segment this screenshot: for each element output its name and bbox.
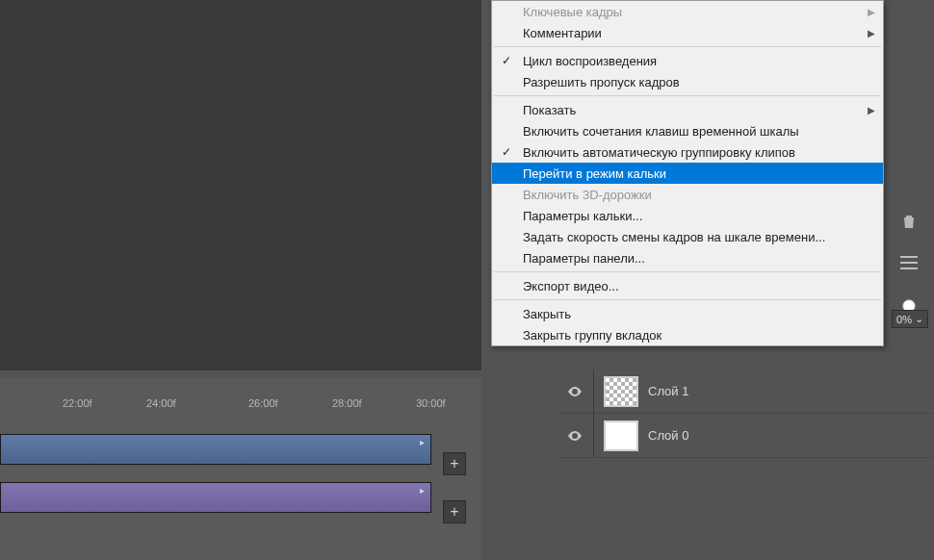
menu-separator [494, 95, 881, 96]
menu-item-allow-frame-skip[interactable]: Разрешить пропуск кадров [492, 71, 883, 92]
video-track-1[interactable]: ▸ [0, 434, 431, 465]
menu-item-label: Задать скорость смены кадров на шкале вр… [523, 230, 825, 244]
submenu-arrow-icon: ▶ [868, 7, 875, 17]
clip-menu-arrow-icon[interactable]: ▸ [420, 485, 425, 496]
menu-item-label: Параметры кальки... [523, 209, 642, 223]
menu-separator [494, 271, 881, 272]
menu-separator [494, 299, 881, 300]
menu-item-label: Ключевые кадры [523, 5, 622, 19]
video-track-2[interactable]: ▸ [0, 482, 431, 513]
menu-item-comments[interactable]: Комментарии ▶ [492, 22, 883, 43]
panel-tab-icons [890, 200, 928, 271]
timeline-ruler[interactable]: 22:00f 24:00f 26:00f 28:00f 30:00f [0, 397, 481, 424]
canvas-viewport [0, 0, 481, 370]
menu-item-close[interactable]: Закрыть [492, 303, 883, 324]
menu-item-export-video[interactable]: Экспорт видео... [492, 275, 883, 296]
menu-item-panel-options[interactable]: Параметры панели... [492, 247, 883, 268]
menu-item-onion-skin-options[interactable]: Параметры кальки... [492, 205, 883, 226]
clip-menu-arrow-icon[interactable]: ▸ [420, 437, 425, 447]
check-icon: ✓ [502, 145, 511, 159]
submenu-arrow-icon: ▶ [868, 28, 875, 38]
context-menu: Ключевые кадры ▶ Комментарии ▶ ✓ Цикл во… [491, 0, 884, 346]
layer-row[interactable]: Слой 1 [558, 369, 932, 414]
ruler-tick: 26:00f [248, 397, 278, 409]
menu-item-label: Разрешить пропуск кадров [523, 75, 680, 89]
menu-item-label: Показать [523, 103, 576, 117]
submenu-arrow-icon: ▶ [868, 105, 875, 115]
menu-item-label: Комментарии [523, 26, 602, 40]
menu-separator [494, 46, 881, 47]
menu-item-label: Включить 3D-дорожки [523, 188, 652, 202]
ruler-tick: 24:00f [146, 397, 176, 409]
chevron-down-icon: ⌄ [915, 313, 923, 325]
layer-name-label[interactable]: Слой 0 [648, 428, 688, 443]
layers-panel: Слой 1 Слой 0 [558, 369, 932, 458]
delete-layer-button[interactable] [901, 214, 917, 232]
menu-item-label: Закрыть группу вкладок [523, 328, 662, 343]
add-track-button[interactable]: + [443, 500, 466, 523]
opacity-value: 0% [896, 314, 912, 325]
ruler-tick: 22:00f [63, 397, 92, 409]
menu-item-show[interactable]: Показать ▶ [492, 99, 883, 120]
menu-item-label: Параметры панели... [523, 251, 645, 266]
layer-name-label[interactable]: Слой 1 [648, 384, 688, 398]
menu-item-loop-playback[interactable]: ✓ Цикл воспроизведения [492, 50, 883, 71]
menu-item-label: Закрыть [523, 307, 571, 321]
menu-item-label: Включить автоматическую группировку клип… [523, 145, 795, 160]
add-track-button[interactable]: + [443, 452, 466, 475]
menu-item-auto-group-clips[interactable]: ✓ Включить автоматическую группировку кл… [492, 141, 883, 163]
ruler-tick: 28:00f [332, 397, 362, 409]
timeline-panel: 22:00f 24:00f 26:00f 28:00f 30:00f ▸ ▸ +… [0, 378, 481, 560]
layer-thumbnail[interactable] [604, 376, 638, 407]
menu-item-label: Перейти в режим кальки [523, 166, 666, 181]
ruler-tick: 30:00f [416, 397, 446, 409]
menu-item-onion-skin-mode[interactable]: Перейти в режим кальки [492, 163, 883, 184]
menu-item-enable-shortcuts[interactable]: Включить сочетания клавиш временной шкал… [492, 120, 883, 141]
menu-item-label: Включить сочетания клавиш временной шкал… [523, 124, 799, 139]
plus-icon: + [450, 503, 458, 521]
layer-thumbnail[interactable] [604, 420, 638, 451]
menu-item-set-frame-rate[interactable]: Задать скорость смены кадров на шкале вр… [492, 226, 883, 247]
menu-item-label: Экспорт видео... [523, 279, 619, 293]
visibility-eye-icon[interactable] [566, 384, 584, 399]
plus-icon: + [450, 455, 458, 472]
hamburger-icon[interactable] [895, 249, 922, 276]
menu-item-enable-3d-tracks: Включить 3D-дорожки [492, 184, 883, 205]
menu-item-keyframes: Ключевые кадры ▶ [492, 1, 883, 22]
menu-item-label: Цикл воспроизведения [523, 54, 657, 68]
check-icon: ✓ [502, 54, 511, 67]
layer-row[interactable]: Слой 0 [558, 414, 932, 458]
visibility-eye-icon[interactable] [566, 428, 584, 444]
opacity-dropdown[interactable]: 0% ⌄ [892, 310, 928, 328]
menu-item-close-tab-group[interactable]: Закрыть группу вкладок [492, 324, 883, 345]
